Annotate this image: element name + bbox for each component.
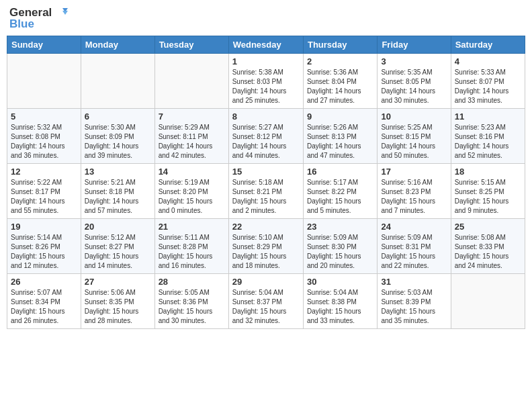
day-number: 7 — [159, 111, 225, 122]
calendar-cell: 10Sunrise: 5:25 AM Sunset: 8:15 PM Dayli… — [378, 109, 451, 164]
day-info: Sunrise: 5:05 AM Sunset: 8:36 PM Dayligh… — [159, 288, 225, 326]
calendar-cell: 23Sunrise: 5:09 AM Sunset: 8:30 PM Dayli… — [303, 219, 377, 274]
day-info: Sunrise: 5:03 AM Sunset: 8:39 PM Dayligh… — [381, 288, 447, 326]
calendar-cell: 19Sunrise: 5:14 AM Sunset: 8:26 PM Dayli… — [7, 219, 81, 274]
day-number: 12 — [11, 167, 77, 177]
day-info: Sunrise: 5:33 AM Sunset: 8:07 PM Dayligh… — [455, 68, 521, 105]
day-number: 23 — [307, 222, 373, 232]
calendar-cell: 29Sunrise: 5:04 AM Sunset: 8:37 PM Dayli… — [228, 274, 303, 329]
day-number: 28 — [159, 277, 225, 287]
calendar-cell: 13Sunrise: 5:21 AM Sunset: 8:18 PM Dayli… — [81, 164, 154, 219]
day-info: Sunrise: 5:10 AM Sunset: 8:29 PM Dayligh… — [232, 233, 300, 271]
calendar-cell: 31Sunrise: 5:03 AM Sunset: 8:39 PM Dayli… — [378, 274, 451, 329]
day-number: 9 — [307, 111, 373, 122]
logo-container: General Blue — [9, 7, 68, 30]
day-number: 14 — [159, 167, 225, 177]
calendar-cell: 27Sunrise: 5:06 AM Sunset: 8:35 PM Dayli… — [81, 274, 154, 329]
svg-marker-1 — [62, 11, 68, 15]
calendar-week-row: 5Sunrise: 5:32 AM Sunset: 8:08 PM Daylig… — [7, 109, 525, 164]
day-info: Sunrise: 5:27 AM Sunset: 8:12 PM Dayligh… — [232, 123, 300, 161]
header: General Blue — [7, 7, 525, 30]
calendar-cell: 18Sunrise: 5:15 AM Sunset: 8:25 PM Dayli… — [451, 164, 525, 219]
day-info: Sunrise: 5:08 AM Sunset: 8:33 PM Dayligh… — [455, 233, 521, 271]
calendar-cell: 6Sunrise: 5:30 AM Sunset: 8:09 PM Daylig… — [81, 109, 154, 164]
calendar-cell: 21Sunrise: 5:11 AM Sunset: 8:28 PM Dayli… — [154, 219, 228, 274]
day-info: Sunrise: 5:35 AM Sunset: 8:05 PM Dayligh… — [381, 68, 447, 105]
day-info: Sunrise: 5:16 AM Sunset: 8:23 PM Dayligh… — [381, 178, 447, 216]
day-info: Sunrise: 5:17 AM Sunset: 8:22 PM Dayligh… — [307, 178, 373, 216]
calendar-cell: 3Sunrise: 5:35 AM Sunset: 8:05 PM Daylig… — [378, 54, 451, 109]
day-info: Sunrise: 5:11 AM Sunset: 8:28 PM Dayligh… — [159, 233, 225, 271]
day-header-sunday: Sunday — [7, 36, 81, 54]
day-number: 11 — [455, 111, 521, 122]
day-info: Sunrise: 5:12 AM Sunset: 8:27 PM Dayligh… — [85, 233, 151, 271]
day-number: 21 — [159, 222, 225, 232]
calendar-body: 1Sunrise: 5:38 AM Sunset: 8:03 PM Daylig… — [7, 54, 525, 329]
day-info: Sunrise: 5:23 AM Sunset: 8:16 PM Dayligh… — [455, 123, 521, 161]
day-number: 13 — [85, 167, 151, 177]
calendar-cell: 28Sunrise: 5:05 AM Sunset: 8:36 PM Dayli… — [154, 274, 228, 329]
day-number: 30 — [307, 277, 373, 287]
day-info: Sunrise: 5:26 AM Sunset: 8:13 PM Dayligh… — [307, 123, 373, 161]
day-number: 3 — [381, 56, 447, 66]
day-number: 10 — [381, 111, 447, 122]
day-number: 27 — [85, 277, 151, 287]
day-number: 26 — [11, 277, 77, 287]
calendar-cell: 25Sunrise: 5:08 AM Sunset: 8:33 PM Dayli… — [451, 219, 525, 274]
calendar-cell: 2Sunrise: 5:36 AM Sunset: 8:04 PM Daylig… — [303, 54, 377, 109]
day-header-tuesday: Tuesday — [154, 36, 228, 54]
day-number: 24 — [381, 222, 447, 232]
calendar-cell: 15Sunrise: 5:18 AM Sunset: 8:21 PM Dayli… — [228, 164, 303, 219]
logo: General Blue — [9, 7, 68, 30]
calendar-cell: 26Sunrise: 5:07 AM Sunset: 8:34 PM Dayli… — [7, 274, 81, 329]
calendar-week-row: 12Sunrise: 5:22 AM Sunset: 8:17 PM Dayli… — [7, 164, 525, 219]
calendar-cell: 7Sunrise: 5:29 AM Sunset: 8:11 PM Daylig… — [154, 109, 228, 164]
calendar-cell: 20Sunrise: 5:12 AM Sunset: 8:27 PM Dayli… — [81, 219, 154, 274]
calendar-cell: 17Sunrise: 5:16 AM Sunset: 8:23 PM Dayli… — [378, 164, 451, 219]
calendar-cell: 8Sunrise: 5:27 AM Sunset: 8:12 PM Daylig… — [228, 109, 303, 164]
calendar-cell: 16Sunrise: 5:17 AM Sunset: 8:22 PM Dayli… — [303, 164, 377, 219]
day-info: Sunrise: 5:36 AM Sunset: 8:04 PM Dayligh… — [307, 68, 373, 105]
logo-bird-icon — [53, 7, 68, 19]
calendar-cell: 4Sunrise: 5:33 AM Sunset: 8:07 PM Daylig… — [451, 54, 525, 109]
day-info: Sunrise: 5:15 AM Sunset: 8:25 PM Dayligh… — [455, 178, 521, 216]
calendar-cell: 1Sunrise: 5:38 AM Sunset: 8:03 PM Daylig… — [228, 54, 303, 109]
calendar-week-row: 19Sunrise: 5:14 AM Sunset: 8:26 PM Dayli… — [7, 219, 525, 274]
calendar-cell: 11Sunrise: 5:23 AM Sunset: 8:16 PM Dayli… — [451, 109, 525, 164]
day-info: Sunrise: 5:30 AM Sunset: 8:09 PM Dayligh… — [85, 123, 151, 161]
day-number: 1 — [232, 56, 300, 66]
calendar-cell: 14Sunrise: 5:19 AM Sunset: 8:20 PM Dayli… — [154, 164, 228, 219]
calendar-week-row: 26Sunrise: 5:07 AM Sunset: 8:34 PM Dayli… — [7, 274, 525, 329]
day-info: Sunrise: 5:22 AM Sunset: 8:17 PM Dayligh… — [11, 178, 77, 216]
calendar-header-row: SundayMondayTuesdayWednesdayThursdayFrid… — [7, 36, 525, 54]
day-header-thursday: Thursday — [303, 36, 377, 54]
day-header-friday: Friday — [378, 36, 451, 54]
day-number: 2 — [307, 56, 373, 66]
day-number: 22 — [232, 222, 300, 232]
day-info: Sunrise: 5:09 AM Sunset: 8:31 PM Dayligh… — [381, 233, 447, 271]
day-number: 8 — [232, 111, 300, 122]
calendar-cell: 12Sunrise: 5:22 AM Sunset: 8:17 PM Dayli… — [7, 164, 81, 219]
day-info: Sunrise: 5:29 AM Sunset: 8:11 PM Dayligh… — [159, 123, 225, 161]
calendar-cell: 24Sunrise: 5:09 AM Sunset: 8:31 PM Dayli… — [378, 219, 451, 274]
day-header-wednesday: Wednesday — [228, 36, 303, 54]
day-info: Sunrise: 5:09 AM Sunset: 8:30 PM Dayligh… — [307, 233, 373, 271]
day-number: 17 — [381, 167, 447, 177]
day-info: Sunrise: 5:07 AM Sunset: 8:34 PM Dayligh… — [11, 288, 77, 326]
day-info: Sunrise: 5:18 AM Sunset: 8:21 PM Dayligh… — [232, 178, 300, 216]
day-info: Sunrise: 5:25 AM Sunset: 8:15 PM Dayligh… — [381, 123, 447, 161]
calendar-cell — [451, 274, 525, 329]
calendar-cell: 22Sunrise: 5:10 AM Sunset: 8:29 PM Dayli… — [228, 219, 303, 274]
calendar-cell — [81, 54, 154, 109]
day-info: Sunrise: 5:32 AM Sunset: 8:08 PM Dayligh… — [11, 123, 77, 161]
day-number: 16 — [307, 167, 373, 177]
calendar-week-row: 1Sunrise: 5:38 AM Sunset: 8:03 PM Daylig… — [7, 54, 525, 109]
logo-blue-text: Blue — [9, 18, 68, 31]
calendar-cell — [7, 54, 81, 109]
calendar-cell — [154, 54, 228, 109]
day-number: 18 — [455, 167, 521, 177]
calendar-cell: 9Sunrise: 5:26 AM Sunset: 8:13 PM Daylig… — [303, 109, 377, 164]
calendar-cell: 30Sunrise: 5:04 AM Sunset: 8:38 PM Dayli… — [303, 274, 377, 329]
calendar-cell: 5Sunrise: 5:32 AM Sunset: 8:08 PM Daylig… — [7, 109, 81, 164]
day-number: 29 — [232, 277, 300, 287]
